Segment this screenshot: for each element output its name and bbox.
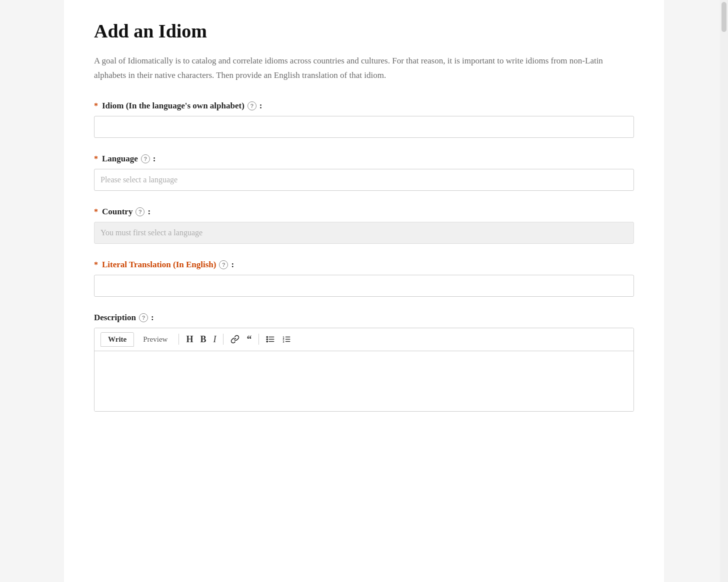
language-required-star: * [94,154,98,163]
idiom-required-star: * [94,101,98,110]
language-input[interactable] [94,169,634,191]
description-colon: : [151,313,154,323]
literal-translation-field-group: * Literal Translation (In English) ? : [94,260,634,297]
language-label-text: Language [102,154,138,164]
literal-translation-input[interactable] [94,275,634,297]
toolbar-divider-1 [178,334,179,345]
italic-button[interactable]: I [210,333,219,346]
idiom-field-group: * Idiom (In the language's own alphabet)… [94,101,634,138]
literal-translation-colon: : [231,260,234,270]
toolbar-divider-2 [223,334,224,345]
heading-button[interactable]: H [183,333,196,346]
page-description: A goal of Idiomatically is to catalog an… [94,54,624,83]
svg-point-3 [267,337,268,338]
description-label-text: Description [94,313,136,323]
country-label-text: Country [102,207,132,217]
page-title: Add an Idiom [94,20,634,42]
literal-translation-label-text: Literal Translation (In English) [102,260,216,270]
add-idiom-form: * Idiom (In the language's own alphabet)… [94,101,634,412]
editor-toolbar: Write Preview H B I [94,328,634,351]
country-input[interactable] [94,222,634,244]
svg-point-5 [267,341,268,342]
ordered-list-icon: 1 2 3 [282,335,291,344]
link-icon [230,335,240,344]
toolbar-list-section: 1 2 3 [263,333,294,345]
link-button[interactable] [228,333,242,345]
language-help-icon[interactable]: ? [141,154,150,163]
description-field-group: Description ? : Write Preview H B I [94,313,634,412]
country-colon: : [148,207,150,217]
description-editor: Write Preview H B I [94,328,634,412]
quote-button[interactable]: “ [244,333,254,346]
country-field-group: * Country ? : [94,207,634,244]
tab-write-button[interactable]: Write [100,332,134,347]
toolbar-insert-section: “ [228,333,254,346]
tab-preview-button[interactable]: Preview [136,333,174,346]
unordered-list-button[interactable] [263,333,278,345]
ordered-list-button[interactable]: 1 2 3 [279,333,294,345]
svg-point-4 [267,339,268,340]
country-required-star: * [94,207,98,216]
country-help-icon[interactable]: ? [136,207,144,216]
idiom-input[interactable] [94,116,634,138]
literal-translation-help-icon[interactable]: ? [219,260,228,269]
description-editor-content[interactable] [94,351,634,411]
svg-text:3: 3 [283,340,284,343]
literal-translation-label: * Literal Translation (In English) ? : [94,260,634,270]
main-content: Add an Idiom A goal of Idiomatically is … [64,0,664,582]
country-label: * Country ? : [94,207,634,217]
language-label: * Language ? : [94,154,634,164]
scrollbar[interactable] [720,0,728,582]
idiom-help-icon[interactable]: ? [248,101,256,110]
idiom-label-text: Idiom (In the language's own alphabet) [102,101,244,111]
language-colon: : [153,154,156,164]
language-field-group: * Language ? : [94,154,634,191]
description-help-icon[interactable]: ? [139,313,148,322]
idiom-colon: : [260,101,262,111]
literal-translation-required-star: * [94,260,98,269]
scrollbar-thumb[interactable] [722,2,726,32]
unordered-list-icon [266,335,275,344]
idiom-label: * Idiom (In the language's own alphabet)… [94,101,634,111]
bold-button[interactable]: B [197,333,209,346]
toolbar-formatting-section: H B I [183,333,219,346]
toolbar-divider-3 [258,334,259,345]
description-label: Description ? : [94,313,634,323]
